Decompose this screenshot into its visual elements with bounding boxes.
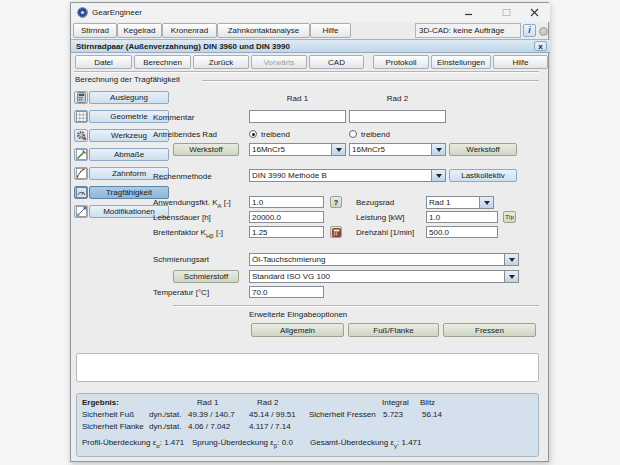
rechenmethode-select[interactable]: DIN 3990 Methode B	[249, 169, 446, 182]
toolbar-cad[interactable]: CAD	[309, 55, 364, 69]
message-area	[76, 353, 539, 382]
minimize-button[interactable]	[459, 5, 477, 19]
status-led	[539, 27, 548, 36]
close-button[interactable]	[525, 5, 543, 19]
results-col-blitz: Blitz	[420, 398, 435, 408]
menu-kegelrad[interactable]: Kegelrad	[117, 23, 162, 38]
chevron-down-icon[interactable]	[431, 144, 445, 155]
panel-title-line	[202, 80, 539, 82]
calculate-factor-button[interactable]	[330, 226, 342, 238]
treibend-rad2-label: treibend	[361, 130, 390, 140]
document-title: Stirnradpaar (Außenverzahnung) DIN 3960 …	[76, 42, 290, 52]
panel-title: Berechnung der Tragfähigkeit	[75, 75, 180, 85]
bezugsrad-select[interactable]: Rad 1	[426, 196, 494, 209]
results-header: Ergebnis:	[82, 398, 119, 408]
results-col-rad2: Rad 2	[257, 398, 278, 408]
toolbar-protokoll[interactable]: Protokoll	[373, 55, 429, 69]
fressen-button[interactable]: Fressen	[443, 323, 536, 337]
sicherheit-fressen-blitz: 56.14	[422, 410, 442, 420]
torque-power-toggle-button[interactable]: T/p	[503, 211, 516, 223]
sprung-ueberdeckung: Sprung-Überdeckung εβ: 0.0	[192, 438, 293, 448]
toolbar-datei[interactable]: Datei	[75, 55, 132, 69]
drehzahl-label: Drehzahl [1/min]	[356, 228, 414, 238]
schmierstoff-select[interactable]: Standard ISO VG 100	[249, 270, 519, 283]
sidebar-icon-tragfaehigkeit[interactable]	[74, 186, 88, 199]
fuss-flanke-button[interactable]: Fuß/Flanke	[348, 323, 439, 337]
lebensdauer-input[interactable]	[249, 211, 324, 223]
toolbar-vorwaerts: Vorwärts	[251, 55, 307, 69]
werkstoff-rad1-select[interactable]: 16MnCr5	[249, 143, 346, 156]
column-header-rad1: Rad 1	[249, 94, 346, 104]
werkstoff-button-rad2[interactable]: Werkstoff	[449, 143, 517, 156]
allgemein-button[interactable]: Allgemein	[251, 323, 344, 337]
sidebar-icon-geometrie[interactable]	[74, 110, 88, 123]
chevron-down-icon[interactable]	[431, 170, 445, 181]
sidebar-icon-werkzeug[interactable]	[74, 129, 88, 142]
gesamt-ueberdeckung: Gesamt-Überdeckung εγ: 1.471	[310, 438, 422, 448]
werkstoff-rad2-value: 16MnCr5	[350, 144, 431, 155]
sicherheit-fuss-rad1: 49.39 / 140.7	[188, 410, 235, 420]
bezugsrad-value: Rad 1	[427, 197, 479, 208]
sidebar-item-auslegung[interactable]: Auslegung	[89, 91, 169, 104]
anwendungsfaktor-input[interactable]	[249, 196, 324, 208]
lastkollektiv-button[interactable]: Lastkollektiv	[449, 169, 517, 182]
erweiterte-eingabeoptionen-label: Erweiterte Eingabeoptionen	[249, 310, 347, 320]
sidebar-item-abmasse[interactable]: Abmaße	[89, 148, 169, 161]
toolbar-einstellungen[interactable]: Einstellungen	[431, 55, 491, 69]
maximize-button[interactable]	[497, 5, 515, 19]
menu-zahnkontaktanalyse[interactable]: Zahnkontaktanalyse	[217, 23, 310, 38]
window-titlebar: GearEngineer	[71, 3, 550, 22]
tooth-profile-icon	[76, 168, 87, 179]
schmierungsart-select[interactable]: Öl-Tauchschmierung	[249, 253, 519, 266]
sicherheit-fuss-rad2: 45.14 / 99.51	[249, 410, 296, 420]
treibend-rad1-label: treibend	[261, 130, 290, 140]
toolbar-zurueck[interactable]: Zurück	[193, 55, 249, 69]
rechenmethode-value: DIN 3990 Methode B	[250, 170, 431, 181]
document-close-button[interactable]: x	[534, 41, 547, 51]
help-button[interactable]: ?	[330, 196, 342, 208]
breitenfaktor-input[interactable]	[249, 226, 324, 238]
leistung-label: Leistung [kW]	[356, 213, 404, 223]
sicherheit-flanke-label: Sicherheit Flanke	[82, 422, 144, 432]
calculator-icon	[332, 228, 341, 237]
chevron-down-icon[interactable]	[479, 197, 493, 208]
treibend-rad1-radio[interactable]	[249, 130, 257, 138]
sidebar-icon-abmasse[interactable]	[74, 148, 88, 161]
sidebar-icon-zahnform[interactable]	[74, 167, 88, 180]
antreibendes-rad-label: Antreibendes Rad	[153, 130, 217, 140]
temperatur-input[interactable]	[249, 286, 324, 298]
cad-status-box: 3D-CAD: keine Aufträge	[415, 23, 521, 38]
document-titlebar: Stirnradpaar (Außenverzahnung) DIN 3960 …	[71, 39, 550, 53]
results-col-integral: Integral	[382, 398, 409, 408]
leistung-input[interactable]	[426, 211, 498, 223]
toolbar-berechnen[interactable]: Berechnen	[134, 55, 191, 69]
menu-kronenrad[interactable]: Kronenrad	[162, 23, 217, 38]
kommentar-rad1-input[interactable]	[249, 110, 346, 123]
kommentar-rad2-input[interactable]	[349, 110, 446, 123]
menu-hilfe[interactable]: Hilfe	[310, 23, 351, 38]
measure-icon	[76, 149, 87, 160]
sicherheit-flanke-mode: dyn./stat.	[149, 422, 181, 432]
chevron-down-icon[interactable]	[504, 271, 518, 282]
treibend-rad2-radio[interactable]	[349, 130, 357, 138]
calculator-icon	[76, 92, 87, 103]
schmierungsart-value: Öl-Tauchschmierung	[250, 254, 504, 265]
chevron-down-icon[interactable]	[331, 144, 345, 155]
maximize-icon	[502, 8, 511, 17]
info-button[interactable]: i	[523, 24, 536, 37]
sidebar-icon-auslegung[interactable]	[74, 91, 88, 104]
schmierstoff-button[interactable]: Schmierstoff	[173, 270, 239, 283]
sicherheit-flanke-rad2: 4.117 / 7.14	[249, 422, 291, 432]
results-panel: Ergebnis: Rad 1 Rad 2 Integral Blitz Sic…	[76, 393, 539, 457]
sidebar-icon-modifikationen[interactable]	[74, 205, 88, 218]
menu-stirnrad[interactable]: Stirnrad	[73, 23, 117, 38]
anwendungsfaktor-label: Anwendungsfkt. KA [-]	[153, 198, 231, 208]
werkstoff-rad2-select[interactable]: 16MnCr5	[349, 143, 446, 156]
gear-tool-icon	[76, 130, 87, 141]
options-separator	[173, 305, 539, 307]
werkstoff-button[interactable]: Werkstoff	[173, 143, 239, 156]
sicherheit-fressen-label: Sicherheit Fressen	[309, 410, 376, 420]
chevron-down-icon[interactable]	[504, 254, 518, 265]
toolbar-hilfe[interactable]: Hilfe	[493, 55, 548, 69]
drehzahl-input[interactable]	[426, 226, 498, 238]
